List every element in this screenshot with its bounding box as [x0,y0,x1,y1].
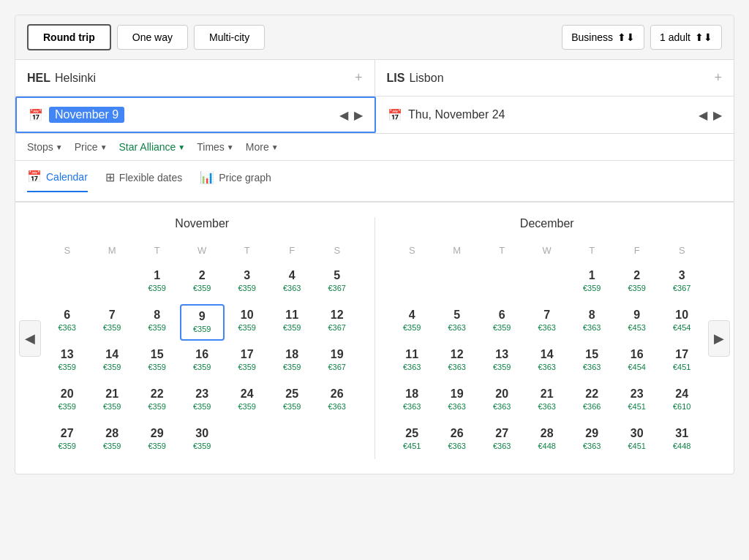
day-cell[interactable]: 10€454 [660,304,705,341]
return-date-field[interactable]: 📅 Thu, November 24 ◀ ▶ [376,97,734,133]
day-cell[interactable]: 22€359 [135,383,180,420]
day-cell[interactable]: 11€363 [390,344,435,380]
tab-flexible-dates[interactable]: ⊞ Flexible dates [105,170,182,192]
day-price: €359 [59,363,76,371]
day-number: 6 [499,309,505,322]
day-cell[interactable]: 19€367 [315,344,360,380]
day-cell[interactable]: 3€367 [660,265,705,301]
day-cell[interactable]: 23€451 [614,383,660,420]
day-cell[interactable]: 20€363 [480,383,525,420]
day-number: 21 [541,387,554,401]
day-cell[interactable]: 10€359 [225,304,270,341]
depart-date-nav[interactable]: ◀ ▶ [339,108,363,122]
day-cell[interactable]: 9€359 [180,304,225,341]
day-cell[interactable]: 25€359 [270,383,315,420]
day-cell[interactable]: 19€363 [434,383,480,420]
day-cell[interactable]: 6€359 [480,304,525,341]
day-cell[interactable]: 30€359 [180,423,225,459]
day-cell[interactable]: 24€610 [660,383,705,420]
stops-filter[interactable]: Stops ▼ [27,141,63,153]
empty-day-cell [225,423,270,459]
day-cell[interactable]: 22€366 [570,383,615,420]
day-cell[interactable]: 4€363 [270,265,315,301]
tab-calendar[interactable]: 📅 Calendar [27,170,88,192]
day-cell[interactable]: 16€454 [614,344,660,380]
day-cell[interactable]: 31€448 [660,423,705,459]
cabin-class-select[interactable]: Business ⬆⬇ [562,25,644,50]
day-cell[interactable]: 21€359 [90,383,135,420]
day-cell[interactable]: 18€359 [270,344,315,380]
day-cell[interactable]: 14€363 [524,344,570,380]
day-cell[interactable]: 25€451 [390,423,435,459]
day-cell[interactable]: 15€359 [135,344,180,380]
passengers-select[interactable]: 1 adult ⬆⬇ [650,25,722,50]
day-cell[interactable]: 21€363 [524,383,570,420]
day-cell[interactable]: 28€359 [90,423,135,459]
day-cell[interactable]: 3€359 [225,265,270,301]
next-month-button[interactable]: ▶ [708,320,730,357]
day-cell[interactable]: 13€359 [480,344,525,380]
day-cell[interactable]: 8€359 [135,304,180,341]
return-next-arrow[interactable]: ▶ [713,108,722,122]
day-cell[interactable]: 15€363 [570,344,615,380]
day-number: 24 [675,387,688,401]
day-cell[interactable]: 26€363 [315,383,360,420]
return-prev-arrow[interactable]: ◀ [699,108,707,122]
day-cell[interactable]: 30€451 [614,423,660,459]
day-price: €363 [583,323,601,332]
day-cell[interactable]: 23€359 [180,383,225,420]
destination-field[interactable]: LIS Lisbon + [375,60,734,96]
multi-city-button[interactable]: Multi-city [194,25,265,50]
depart-date-field[interactable]: 📅 November 9 ◀ ▶ [15,97,376,133]
return-date-nav[interactable]: ◀ ▶ [699,108,722,122]
depart-prev-arrow[interactable]: ◀ [339,108,348,122]
nov-sat-header: S [315,242,360,259]
day-cell[interactable]: 13€359 [45,344,90,380]
more-filter[interactable]: More ▼ [246,141,279,153]
day-cell[interactable]: 29€359 [135,423,180,459]
main-container: Round trip One way Multi-city Business ⬆… [15,15,734,474]
price-filter[interactable]: Price ▼ [75,141,108,153]
day-cell[interactable]: 14€359 [90,344,135,380]
one-way-button[interactable]: One way [117,25,188,50]
alliance-filter[interactable]: Star Alliance ▼ [119,141,186,153]
day-cell[interactable]: 24€359 [225,383,270,420]
day-cell[interactable]: 17€359 [225,344,270,380]
day-cell[interactable]: 5€367 [315,265,360,301]
day-cell[interactable]: 1€359 [135,265,180,301]
day-cell[interactable]: 2€359 [180,265,225,301]
day-price: €363 [583,363,601,371]
day-cell[interactable]: 5€363 [434,304,480,341]
day-cell[interactable]: 1€359 [570,265,615,301]
depart-next-arrow[interactable]: ▶ [354,108,363,122]
day-cell[interactable]: 7€359 [90,304,135,341]
day-cell[interactable]: 11€359 [270,304,315,341]
day-cell[interactable]: 6€363 [45,304,90,341]
day-cell[interactable]: 16€359 [180,344,225,380]
nov-sun-header: S [45,242,90,259]
day-cell[interactable]: 27€363 [480,423,525,459]
round-trip-button[interactable]: Round trip [27,24,111,50]
tab-price-graph[interactable]: 📊 Price graph [200,170,271,192]
day-cell[interactable]: 20€359 [45,383,90,420]
day-number: 5 [453,309,460,322]
day-cell[interactable]: 9€453 [614,304,660,341]
day-price: €454 [673,323,690,332]
day-cell[interactable]: 18€363 [390,383,435,420]
origin-field[interactable]: HEL Helsinki + [15,60,375,96]
day-cell[interactable]: 2€359 [614,265,660,301]
day-cell[interactable]: 4€359 [390,304,435,341]
day-cell[interactable]: 7€363 [524,304,570,341]
day-cell[interactable]: 26€363 [434,423,480,459]
day-cell[interactable]: 27€359 [45,423,90,459]
day-cell[interactable]: 12€363 [434,344,480,380]
december-day-headers: S M T W T F S [390,242,705,259]
day-cell[interactable]: 8€363 [570,304,615,341]
times-filter[interactable]: Times ▼ [197,141,234,153]
day-cell[interactable]: 29€363 [570,423,615,459]
day-number: 30 [631,427,644,440]
prev-month-button[interactable]: ◀ [19,320,41,357]
day-cell[interactable]: 12€367 [315,304,360,341]
day-cell[interactable]: 17€451 [660,344,705,380]
day-cell[interactable]: 28€448 [524,423,570,459]
